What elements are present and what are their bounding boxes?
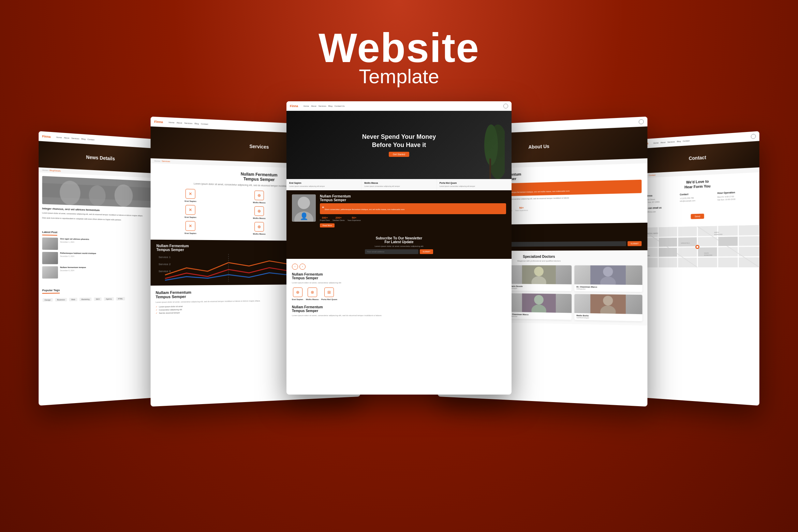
- contact-info-title: Contact: [680, 192, 715, 196]
- ct-nav-blog[interactable]: Blog: [677, 140, 681, 143]
- ct-nav-about[interactable]: About: [661, 141, 666, 144]
- lower-icon-label-2: Mollis Massa: [306, 298, 319, 300]
- services-nav-items: Home About Services Blog Contact: [169, 121, 208, 125]
- svg-text:IRONBOUND: IRONBOUND: [704, 254, 712, 256]
- center-lower-white: ‹ › Nullam FermentumTempus Semper Lorem …: [286, 259, 512, 305]
- contact-send-button[interactable]: Send: [691, 214, 704, 219]
- c-nav-home[interactable]: Home: [304, 105, 309, 107]
- nav-blog[interactable]: Blog: [81, 138, 85, 140]
- about-search-icon[interactable]: [639, 119, 644, 124]
- contact-info-grid: Address 55 Main Street,New York, NY 1000…: [644, 190, 754, 204]
- center-brand: Finna: [290, 104, 298, 108]
- news-main-image: [42, 176, 156, 208]
- slider-next-button[interactable]: ›: [299, 264, 306, 270]
- subscribe-submit-button[interactable]: SUBMIT: [628, 241, 642, 246]
- c-nav-contact[interactable]: Contact Us: [335, 105, 345, 107]
- post-date-1: December 1, 2024: [60, 241, 156, 245]
- nav-contact[interactable]: Contact: [87, 138, 94, 141]
- tag-marketing[interactable]: Marketing: [79, 297, 92, 301]
- nav-services[interactable]: Services: [71, 137, 79, 140]
- svg-line-47: [639, 257, 759, 257]
- center-testimonial: Nullam FermentumTempus Semper " Etiam co…: [286, 190, 512, 232]
- c-nav-blog[interactable]: Blog: [328, 105, 332, 107]
- nav-about[interactable]: About: [64, 136, 69, 139]
- tag-web[interactable]: Web: [69, 298, 77, 301]
- tag-business[interactable]: Business: [55, 298, 67, 301]
- news-details-card: Finna Home About Services Blog Contact N…: [39, 131, 159, 405]
- post-item-3: Nullam fermentum tempus December 8, 2024: [42, 266, 156, 278]
- services-banner-title: Services: [249, 144, 269, 150]
- contact-search-icon[interactable]: [751, 134, 756, 139]
- slider-prev-button[interactable]: ‹: [292, 264, 298, 270]
- svg-text:IRONBOUND: IRONBOUND: [714, 234, 723, 236]
- c-nav-services[interactable]: Services: [319, 105, 326, 107]
- doctor-5-photo: [507, 293, 572, 313]
- feature-2: Mollis Massa Lorem ipsum consectetur adi…: [361, 179, 437, 190]
- service-icon-label-2: Mollis Massa: [253, 201, 266, 204]
- post-item-1: Orci eget vel ultrices pharetra December…: [42, 237, 156, 251]
- tag-design[interactable]: Design: [43, 298, 53, 302]
- testimonial-quote: " Etiam consectetur, pellentesque fermen…: [320, 203, 506, 214]
- svg-point-30: [534, 267, 544, 276]
- s-nav-home[interactable]: Home: [169, 121, 175, 123]
- news-content: Integer rhoncus, orci vel ultrices ferme…: [39, 172, 159, 227]
- post-date-3: December 8, 2024: [60, 269, 156, 271]
- feature-1: Erat Sapien Lorem ipsum consectetur adip…: [286, 179, 361, 190]
- service-icon-2: ⊕ Mollis Massa: [227, 190, 291, 204]
- stat-2-label: Satisfied Clients: [332, 219, 345, 221]
- contact-hours-text: Mon-Fri: 9:00-17:00Sat-Sun: 10:00-15:00: [718, 194, 755, 201]
- contact-address-title: Address: [644, 193, 678, 197]
- about-banner-title: About Us: [528, 144, 549, 150]
- hero-cta-button[interactable]: Get Started: [389, 152, 409, 157]
- services-lower-text: Nullam FermentumTempus Semper Lorem ipsu…: [156, 289, 308, 326]
- contact-content: We'd Love toHear Form You Address 55 Mai…: [639, 172, 759, 228]
- s-nav-contact[interactable]: Contact: [201, 123, 208, 125]
- lower-icon-box-2: ⊗: [308, 287, 317, 297]
- stat-1-num: 300+: [320, 216, 330, 219]
- service-icon-label-4: Erat Sapien: [184, 216, 196, 218]
- post-thumb-3: [42, 266, 58, 278]
- latest-post-heading: Latest Post: [42, 230, 57, 235]
- service-icon-4: ✕ Erat Sapien: [157, 204, 224, 219]
- ct-nav-contact[interactable]: Contact: [683, 139, 690, 142]
- post-info-1: Orci eget vel ultrices pharetra December…: [60, 238, 156, 245]
- nav-home[interactable]: Home: [56, 136, 62, 138]
- about-stat-3: 50+ Years Experience: [515, 206, 528, 211]
- s-nav-services[interactable]: Services: [184, 122, 192, 124]
- feature-1-text: Lorem ipsum consectetur adipiscing elit …: [289, 185, 358, 188]
- center-feature-row: Erat Sapien Lorem ipsum consectetur adip…: [286, 179, 512, 190]
- contact-info-col: Contact +1 (123) 456-789info@example.com: [680, 192, 715, 203]
- ct-nav-services[interactable]: Services: [667, 141, 675, 143]
- page-header: Website Template: [319, 27, 479, 88]
- stats-row: 300+ Project Done 200+ Satisfied Clients…: [320, 216, 506, 221]
- service-icon-box-4: ✕: [186, 205, 195, 215]
- testimonial-photo: [292, 194, 316, 222]
- s-nav-about[interactable]: About: [177, 121, 182, 124]
- newsletter-form: SUBMIT: [365, 249, 433, 254]
- center-hero-content: Never Spend Your MoneyBefore You Have it…: [355, 133, 443, 157]
- read-more-button[interactable]: Read More: [320, 223, 335, 227]
- center-search-icon[interactable]: [503, 104, 508, 108]
- news-brand: Finna: [42, 134, 51, 138]
- s-nav-blog[interactable]: Blog: [194, 122, 198, 125]
- newsletter-email-input[interactable]: [365, 249, 418, 254]
- doctor-6: Mailis Berlin Ophthalmologist: [574, 294, 642, 321]
- svg-point-33: [603, 267, 613, 277]
- testimonial-content: Nullam FermentumTempus Semper " Etiam co…: [320, 194, 506, 227]
- service-icon-box-2: ⊕: [254, 190, 264, 200]
- svg-rect-59: [718, 237, 738, 246]
- newsletter-submit-button[interactable]: SUBMIT: [420, 249, 433, 254]
- service-icon-7: ✕ Erat Sapien: [157, 221, 224, 235]
- ct-nav-home[interactable]: Home: [653, 142, 659, 144]
- contact-info-text: +1 (123) 456-789info@example.com: [680, 196, 715, 203]
- center-nav: Finna Home About Services Blog Contact U…: [286, 101, 512, 111]
- tag-html[interactable]: HTML: [116, 297, 125, 300]
- news-banner-title: News Details: [86, 154, 115, 161]
- svg-rect-17: [489, 159, 491, 179]
- c-nav-about[interactable]: About: [311, 105, 316, 107]
- news-nav-items: Home About Services Blog Contact: [56, 136, 94, 141]
- post-thumb-1: [42, 237, 58, 250]
- tag-agency[interactable]: Agency: [104, 297, 114, 300]
- mockups-container: Finna Home About Services Blog Contact N…: [24, 101, 774, 493]
- tag-seo[interactable]: SEO: [94, 297, 102, 300]
